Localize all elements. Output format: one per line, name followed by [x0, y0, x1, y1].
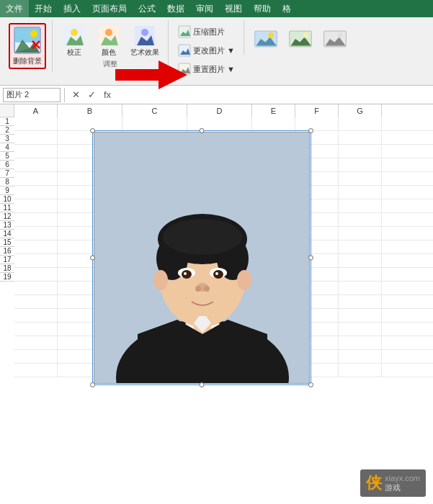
row-header-19[interactable]: 19 — [0, 273, 14, 282]
grid-cell[interactable] — [14, 295, 58, 308]
compress-img-button[interactable]: 压缩图片 — [174, 23, 228, 40]
grid-cell[interactable] — [14, 309, 58, 322]
col-header-f[interactable]: F — [295, 104, 339, 117]
grid-cell[interactable] — [339, 186, 382, 199]
grid-cell[interactable] — [14, 364, 58, 377]
menu-file[interactable]: 文件 — [0, 0, 29, 17]
svg-point-11 — [105, 29, 112, 36]
row-header-6[interactable]: 6 — [0, 161, 14, 169]
color-button[interactable]: 颜色 — [93, 23, 125, 59]
menu-insert[interactable]: 插入 — [58, 0, 86, 17]
grid-cell[interactable] — [339, 364, 382, 377]
row-header-11[interactable]: 11 — [0, 204, 14, 212]
grid-cell[interactable] — [339, 309, 382, 322]
menu-home[interactable]: 开始 — [29, 0, 58, 17]
grid-cell[interactable] — [339, 240, 382, 253]
watermark-site: xiayx.com — [385, 474, 420, 482]
grid-cell[interactable] — [339, 158, 382, 171]
correct-button[interactable]: 校正 — [58, 23, 90, 59]
color-icon — [97, 24, 120, 48]
img-preset-2[interactable] — [285, 26, 316, 52]
svg-point-24 — [268, 32, 274, 38]
row-header-17[interactable]: 17 — [0, 256, 14, 264]
col-header-g[interactable]: G — [339, 104, 382, 117]
menu-help[interactable]: 帮助 — [248, 0, 277, 17]
row-header-5[interactable]: 5 — [0, 152, 14, 161]
grid-cell[interactable] — [14, 254, 58, 267]
grid-cell[interactable] — [339, 131, 382, 144]
grid-cell[interactable] — [339, 213, 382, 226]
row-header-10[interactable]: 10 — [0, 195, 14, 204]
formula-divider — [62, 88, 65, 102]
grid-cell[interactable] — [339, 282, 382, 294]
grid-cell[interactable] — [14, 172, 58, 185]
grid-cell[interactable] — [14, 323, 58, 336]
grid-cell[interactable] — [14, 145, 58, 158]
grid-cell[interactable] — [14, 350, 58, 363]
grid-cell[interactable] — [14, 131, 58, 144]
row-header-8[interactable]: 8 — [0, 178, 14, 186]
grid-cell[interactable] — [339, 268, 382, 281]
compress-img-label: 压缩图片 — [193, 27, 225, 37]
grid-cell[interactable] — [14, 336, 58, 349]
grid-cell[interactable] — [339, 295, 382, 308]
row-header-4[interactable]: 4 — [0, 143, 14, 152]
row-header-12[interactable]: 12 — [0, 212, 14, 221]
grid-cell[interactable] — [14, 282, 58, 294]
grid-cell[interactable] — [187, 117, 252, 130]
row-header-7[interactable]: 7 — [0, 169, 14, 178]
cancel-button[interactable]: ✕ — [69, 89, 82, 102]
grid-cell[interactable] — [14, 268, 58, 281]
row-header-18[interactable]: 18 — [0, 264, 14, 273]
row-header-3[interactable]: 3 — [0, 135, 14, 143]
grid-cell[interactable] — [252, 117, 295, 130]
grid-cell[interactable] — [295, 117, 339, 130]
menu-formula[interactable]: 公式 — [133, 0, 161, 17]
col-header-e[interactable]: E — [252, 104, 295, 117]
grid-cell[interactable] — [339, 254, 382, 267]
name-box[interactable]: 图片 2 — [3, 88, 61, 102]
grid-cell[interactable] — [339, 172, 382, 185]
row-header-14[interactable]: 14 — [0, 230, 14, 238]
grid-cell[interactable] — [14, 199, 58, 212]
menu-bar: 文件 开始 插入 页面布局 公式 数据 审阅 视图 帮助 格 — [0, 0, 433, 17]
grid-cell[interactable] — [14, 240, 58, 253]
grid-cell[interactable] — [58, 117, 122, 130]
confirm-button[interactable]: ✓ — [85, 89, 98, 102]
grid-cell[interactable] — [339, 350, 382, 363]
menu-data[interactable]: 数据 — [161, 0, 190, 17]
col-header-c[interactable]: C — [122, 104, 187, 117]
img-preset-3[interactable] — [319, 26, 351, 52]
row-header-15[interactable]: 15 — [0, 238, 14, 247]
menu-page-layout[interactable]: 页面布局 — [86, 0, 133, 17]
row-header-2[interactable]: 2 — [0, 126, 14, 135]
grid-cell[interactable] — [14, 117, 58, 130]
row-header-13[interactable]: 13 — [0, 221, 14, 230]
grid-cell[interactable] — [339, 199, 382, 212]
row-header-9[interactable]: 9 — [0, 186, 14, 195]
remove-background-button[interactable]: 删除背景 — [9, 23, 46, 69]
row-header-16[interactable]: 16 — [0, 247, 14, 256]
color-label: 颜色 — [102, 48, 116, 58]
grid-cell[interactable] — [14, 186, 58, 199]
grid-cell[interactable] — [122, 117, 187, 130]
grid-cell[interactable] — [339, 117, 382, 130]
art-effect-button[interactable]: 艺术效果 — [128, 23, 162, 59]
row-header-1[interactable]: 1 — [0, 117, 14, 126]
col-header-b[interactable]: B — [58, 104, 122, 117]
photo-container[interactable] — [94, 132, 310, 384]
grid-cell[interactable] — [14, 213, 58, 226]
img-preset-1[interactable] — [250, 26, 282, 52]
grid-cell[interactable] — [14, 158, 58, 171]
grid-cell[interactable] — [339, 227, 382, 240]
column-headers: A B C D E F G — [0, 104, 433, 117]
grid-cell[interactable] — [339, 145, 382, 158]
grid-cell[interactable] — [14, 227, 58, 240]
menu-format[interactable]: 格 — [277, 0, 297, 17]
menu-review[interactable]: 审阅 — [190, 0, 219, 17]
col-header-a[interactable]: A — [14, 104, 58, 117]
grid-cell[interactable] — [339, 336, 382, 349]
grid-cell[interactable] — [339, 323, 382, 336]
menu-view[interactable]: 视图 — [219, 0, 248, 17]
col-header-d[interactable]: D — [187, 104, 252, 117]
